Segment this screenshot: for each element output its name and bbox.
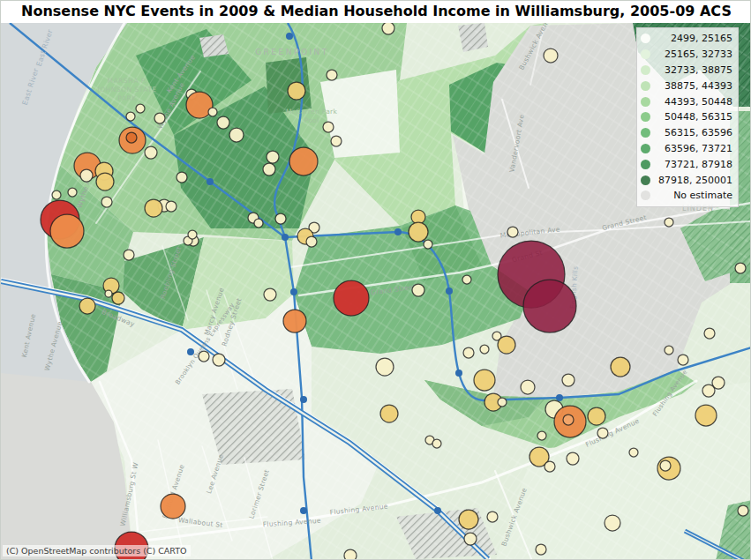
event-marker[interactable] (254, 219, 263, 228)
legend-label: 87918, 250001 (656, 175, 732, 186)
event-marker[interactable] (124, 250, 134, 260)
income-legend: 2499, 2516525165, 3273332733, 3887538875… (636, 27, 739, 207)
event-marker[interactable] (660, 460, 671, 471)
event-marker[interactable] (289, 147, 318, 175)
event-marker[interactable] (283, 310, 306, 332)
event-marker[interactable] (702, 385, 715, 397)
event-marker[interactable] (521, 380, 535, 394)
legend-label: 2499, 25165 (656, 33, 732, 44)
event-marker[interactable] (188, 230, 197, 239)
legend-row: 2499, 25165 (641, 31, 732, 47)
event-marker[interactable] (344, 549, 357, 560)
legend-label: 73721, 87918 (656, 159, 732, 170)
event-marker[interactable] (678, 355, 688, 365)
legend-label: 56315, 63596 (656, 127, 732, 138)
event-marker[interactable] (229, 128, 244, 142)
event-marker[interactable] (588, 407, 605, 425)
event-marker[interactable] (412, 284, 424, 296)
event-marker[interactable] (376, 358, 394, 376)
event-marker[interactable] (544, 49, 558, 63)
legend-color-dot (641, 97, 650, 107)
legend-row: 25165, 32733 (641, 47, 732, 63)
event-marker[interactable] (424, 240, 432, 249)
event-marker[interactable] (263, 163, 275, 175)
map-figure: Nonsense NYC Events in 2009 & Median Hou… (0, 0, 751, 560)
event-marker[interactable] (665, 346, 673, 355)
event-marker[interactable] (52, 190, 61, 199)
event-marker[interactable] (459, 510, 478, 529)
event-marker[interactable] (96, 173, 114, 190)
event-marker[interactable] (264, 288, 276, 301)
transit-station-dot (290, 288, 297, 295)
event-marker[interactable] (480, 345, 489, 354)
event-marker[interactable] (380, 405, 398, 422)
event-marker[interactable] (629, 448, 638, 457)
event-marker[interactable] (288, 82, 305, 100)
event-marker[interactable] (382, 23, 394, 34)
event-marker[interactable] (544, 461, 555, 472)
event-marker[interactable] (154, 113, 165, 123)
event-marker[interactable] (101, 197, 112, 207)
event-marker[interactable] (537, 431, 546, 440)
event-marker[interactable] (463, 347, 474, 358)
event-marker[interactable] (161, 494, 185, 519)
event-marker[interactable] (68, 188, 77, 197)
event-marker[interactable] (562, 374, 575, 386)
event-marker[interactable] (567, 452, 579, 465)
event-marker[interactable] (487, 511, 498, 522)
legend-label: 50448, 56315 (656, 111, 732, 123)
event-marker[interactable] (208, 108, 217, 116)
event-marker[interactable] (523, 280, 576, 332)
event-marker[interactable] (695, 405, 717, 426)
event-marker[interactable] (79, 298, 95, 314)
transit-station-dot (282, 234, 289, 241)
event-marker[interactable] (611, 357, 630, 377)
event-marker[interactable] (217, 116, 229, 129)
event-marker[interactable] (112, 292, 124, 304)
event-marker[interactable] (145, 199, 162, 217)
legend-color-dot (641, 128, 650, 138)
event-marker[interactable] (536, 544, 546, 555)
event-marker[interactable] (323, 122, 334, 132)
event-marker[interactable] (213, 354, 225, 366)
event-marker[interactable] (464, 533, 477, 545)
event-marker[interactable] (507, 227, 518, 237)
event-marker[interactable] (597, 428, 608, 438)
event-marker[interactable] (199, 351, 209, 362)
event-marker[interactable] (126, 132, 137, 143)
event-marker[interactable] (738, 505, 748, 516)
event-marker[interactable] (432, 439, 441, 448)
legend-color-dot (641, 81, 650, 91)
event-marker[interactable] (498, 336, 515, 354)
map-label: PARK (117, 94, 137, 102)
event-marker[interactable] (105, 290, 112, 297)
event-marker[interactable] (275, 213, 286, 224)
event-marker[interactable] (735, 263, 746, 273)
event-marker[interactable] (331, 136, 342, 146)
event-marker[interactable] (145, 146, 157, 159)
event-marker[interactable] (704, 328, 715, 339)
event-marker[interactable] (166, 201, 176, 212)
event-marker[interactable] (126, 112, 135, 121)
event-marker[interactable] (267, 151, 279, 163)
legend-color-dot (641, 160, 650, 169)
event-marker[interactable] (334, 280, 369, 316)
event-marker[interactable] (176, 172, 187, 183)
event-marker[interactable] (563, 414, 574, 425)
legend-row: 56315, 63596 (641, 125, 732, 141)
legend-row: No estimate (641, 188, 732, 204)
event-marker[interactable] (327, 70, 337, 80)
event-marker[interactable] (50, 214, 84, 248)
event-marker[interactable] (665, 218, 673, 227)
event-marker[interactable] (605, 515, 620, 531)
event-marker[interactable] (474, 370, 495, 391)
event-marker[interactable] (306, 236, 317, 247)
event-marker[interactable] (409, 222, 428, 242)
legend-color-dot (641, 190, 650, 200)
event-marker[interactable] (462, 275, 471, 284)
event-marker[interactable] (136, 104, 145, 113)
map-label: GREENPOINT (255, 48, 329, 56)
event-marker[interactable] (80, 169, 93, 182)
legend-row: 44393, 50448 (641, 93, 732, 109)
event-marker[interactable] (498, 398, 507, 407)
